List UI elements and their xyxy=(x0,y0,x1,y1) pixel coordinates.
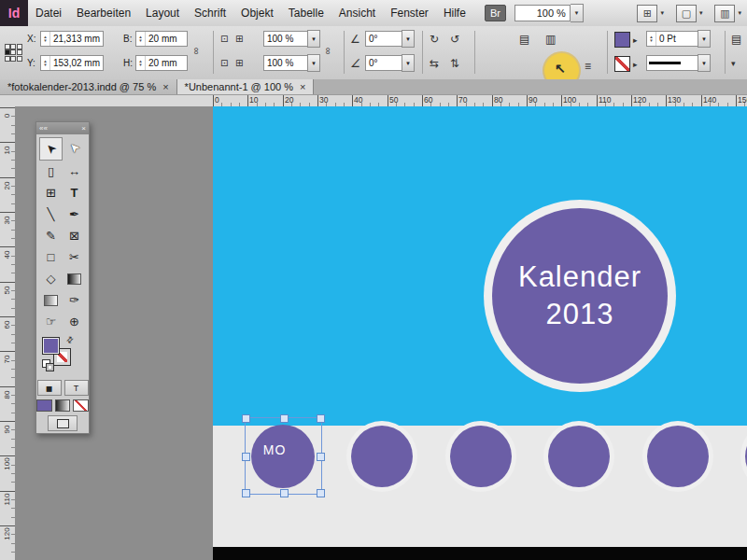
selection-handle[interactable] xyxy=(242,489,250,497)
panel-options-down-icon[interactable]: ▾ xyxy=(731,55,736,71)
menu-bearbeiten[interactable]: Bearbeiten xyxy=(69,0,138,26)
dropdown-icon[interactable]: ▼ xyxy=(698,30,711,48)
constrain-dimensions-button[interactable]: ∞ xyxy=(193,43,201,59)
rotation-field[interactable]: 0° ▼ xyxy=(365,31,415,47)
fill-color-swatch[interactable] xyxy=(614,32,630,48)
fit-proportional-icon[interactable]: ⊡ xyxy=(220,55,228,71)
spinner-icon[interactable]: ▲▼ xyxy=(647,32,656,46)
close-icon[interactable]: × xyxy=(81,124,86,133)
zoom-dropdown-icon[interactable]: ▼ xyxy=(571,4,584,22)
spinner-icon[interactable]: ▲▼ xyxy=(41,56,50,70)
swap-fill-stroke-icon[interactable]: ⇄ xyxy=(64,334,76,345)
hand-tool-button[interactable]: ☞ xyxy=(39,311,63,332)
ref-pt[interactable] xyxy=(17,49,22,55)
menu-layout[interactable]: Layout xyxy=(138,0,187,26)
stroke-color-swatch[interactable] xyxy=(614,56,630,72)
rectangle-tool-button[interactable]: □ xyxy=(39,246,63,268)
pen-tool-button[interactable]: ✒ xyxy=(63,203,86,225)
screen-mode-button[interactable]: ▢ ▾ xyxy=(676,5,703,22)
menu-schrift[interactable]: Schrift xyxy=(187,0,233,26)
gradient-tool-button[interactable] xyxy=(63,268,86,289)
stroke-style-dropdown[interactable]: ▼ xyxy=(646,55,711,71)
page-tool-button[interactable]: ▯ xyxy=(39,161,63,182)
ref-pt[interactable] xyxy=(5,44,10,49)
apply-color-button[interactable] xyxy=(36,399,52,412)
title-circle[interactable]: Kalender 2013 xyxy=(484,200,676,392)
selection-handle[interactable] xyxy=(242,414,250,423)
x-field[interactable]: ▲▼ 21,313 mm xyxy=(40,31,104,47)
spinner-icon[interactable]: ▲▼ xyxy=(136,56,146,70)
collapse-panel-icon[interactable]: «« xyxy=(39,124,48,133)
gradient-feather-tool-button[interactable] xyxy=(39,289,63,311)
default-stroke-icon[interactable] xyxy=(46,363,54,371)
tab-unbenannt-1[interactable]: *Unbenannt-1 @ 100 % × xyxy=(177,79,315,94)
type-tool-button[interactable]: T xyxy=(63,182,86,203)
day-circle[interactable] xyxy=(642,421,713,492)
flip-vertical-button[interactable]: ⇅ xyxy=(450,55,459,71)
document-page[interactable]: Kalender 2013 MO xyxy=(213,106,747,560)
reference-point-proxy[interactable] xyxy=(5,44,22,62)
ref-pt-selected[interactable] xyxy=(5,49,10,55)
fit-frame-icon[interactable]: ⊞ xyxy=(235,31,243,47)
menu-objekt[interactable]: Objekt xyxy=(233,0,281,26)
tools-panel-header[interactable]: «« × xyxy=(36,122,89,134)
spinner-icon[interactable]: ▲▼ xyxy=(136,32,146,46)
ref-pt[interactable] xyxy=(10,49,16,55)
scale-y-field[interactable]: 100 % ▼ xyxy=(263,55,320,71)
close-icon[interactable]: × xyxy=(162,81,168,92)
spinner-icon[interactable]: ▲▼ xyxy=(41,32,50,46)
rotate-ccw-button[interactable]: ↺ xyxy=(450,31,459,47)
selection-bounding-box[interactable] xyxy=(245,417,322,495)
width-field[interactable]: ▲▼ 20 mm xyxy=(135,31,188,47)
apply-gradient-button[interactable] xyxy=(55,399,71,412)
stroke-weight-field[interactable]: ▲▼ 0 Pt ▼ xyxy=(646,31,711,47)
line-tool-button[interactable]: ╲ xyxy=(39,203,63,225)
pencil-tool-button[interactable]: ✎ xyxy=(39,225,63,246)
day-circle[interactable] xyxy=(346,421,417,492)
ref-pt[interactable] xyxy=(10,44,16,49)
close-icon[interactable]: × xyxy=(300,81,305,92)
ref-pt[interactable] xyxy=(17,44,22,49)
ref-pt[interactable] xyxy=(5,56,10,62)
selection-handle[interactable] xyxy=(280,489,289,497)
zoom-control[interactable]: 100 % ▼ xyxy=(514,5,584,21)
dropdown-icon[interactable]: ▼ xyxy=(307,30,320,48)
select-container-button[interactable]: ▤ xyxy=(519,31,529,47)
fill-proportional-icon[interactable]: ⊞ xyxy=(235,55,243,71)
selection-handle[interactable] xyxy=(242,453,250,461)
panel-options-icon[interactable]: ▤ xyxy=(731,31,741,47)
stroke-flyout-icon[interactable]: ▸ xyxy=(633,56,638,72)
constrain-scale-button[interactable]: ∞ xyxy=(325,43,332,59)
rotate-cw-button[interactable]: ↻ xyxy=(430,31,439,47)
dropdown-icon[interactable]: ▼ xyxy=(307,54,320,72)
scale-x-field[interactable]: 100 % ▼ xyxy=(263,31,320,47)
formatting-affects-container-button[interactable]: ◼ xyxy=(37,380,62,396)
arrange-documents-button[interactable]: ▥ ▾ xyxy=(714,5,741,22)
day-circle[interactable] xyxy=(445,421,516,492)
menu-ansicht[interactable]: Ansicht xyxy=(331,0,383,26)
flip-horizontal-button[interactable]: ⇆ xyxy=(430,55,439,71)
menu-datei[interactable]: Datei xyxy=(28,0,69,26)
height-field[interactable]: ▲▼ 20 mm xyxy=(135,55,188,71)
apply-none-button[interactable] xyxy=(73,399,89,412)
eyedropper-tool-button[interactable]: ✑ xyxy=(63,289,86,311)
footer-black-rect[interactable] xyxy=(213,547,747,560)
fill-flyout-icon[interactable]: ▸ xyxy=(633,32,638,48)
gap-tool-button[interactable]: ↔ xyxy=(63,161,86,182)
menu-hilfe[interactable]: Hilfe xyxy=(436,0,473,26)
ref-pt[interactable] xyxy=(17,56,22,62)
y-field[interactable]: ▲▼ 153,02 mm xyxy=(40,55,104,71)
highlighted-selection-tool-icon[interactable]: ↖ xyxy=(555,61,566,76)
normal-view-mode-button[interactable] xyxy=(48,415,78,431)
selection-handle[interactable] xyxy=(317,489,325,497)
rectangle-frame-tool-button[interactable]: ⊠ xyxy=(63,225,86,246)
zoom-tool-button[interactable]: ⊕ xyxy=(63,311,86,332)
select-content-button[interactable]: ▥ xyxy=(545,31,556,47)
menu-tabelle[interactable]: Tabelle xyxy=(281,0,331,26)
menu-fenster[interactable]: Fenster xyxy=(383,0,436,26)
fit-content-icon[interactable]: ⊡ xyxy=(220,31,228,47)
day-circle[interactable] xyxy=(543,421,614,492)
fill-swatch[interactable] xyxy=(42,337,60,355)
selection-handle[interactable] xyxy=(317,414,325,423)
formatting-affects-text-button[interactable]: T xyxy=(64,380,89,396)
